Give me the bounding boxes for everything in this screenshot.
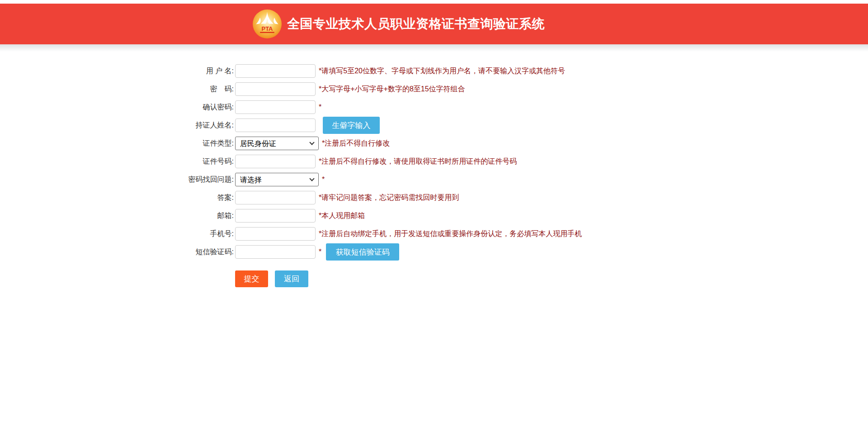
email-row: 邮箱: *本人现用邮箱 — [0, 207, 868, 225]
answer-label: 答案: — [158, 193, 234, 203]
rare-character-input-button[interactable]: 生僻字输入 — [323, 117, 380, 134]
get-sms-code-button[interactable]: 获取短信验证码 — [326, 243, 399, 261]
email-label: 邮箱: — [158, 211, 234, 221]
username-row: 用 户 名: *请填写5至20位数字、字母或下划线作为用户名，请不要输入汉字或其… — [0, 62, 868, 80]
confirm-password-hint: * — [319, 103, 321, 111]
registration-form: 用 户 名: *请填写5至20位数字、字母或下划线作为用户名，请不要输入汉字或其… — [0, 62, 868, 287]
answer-hint: *请牢记问题答案，忘记密码需找回时要用到 — [319, 193, 459, 203]
password-label: 密 码: — [158, 85, 234, 94]
sms-code-input[interactable] — [235, 245, 316, 259]
mobile-row: 手机号: *注册后自动绑定手机，用于发送短信或重要操作身份认定，务必填写本人现用… — [0, 225, 868, 243]
id-number-label: 证件号码: — [158, 157, 234, 166]
header-shadow — [0, 44, 868, 52]
id-type-select-wrap: 居民身份证 — [235, 137, 319, 150]
app-header: PTA 全国专业技术人员职业资格证书查询验证系统 — [0, 4, 868, 44]
confirm-password-label: 确认密码: — [158, 103, 234, 112]
id-type-select[interactable]: 居民身份证 — [235, 137, 319, 150]
username-hint: *请填写5至20位数字、字母或下划线作为用户名，请不要输入汉字或其他符号 — [319, 66, 565, 76]
mobile-input[interactable] — [235, 227, 316, 241]
mobile-hint: *注册后自动绑定手机，用于发送短信或重要操作身份认定，务必填写本人现用手机 — [319, 229, 582, 239]
holder-name-row: 持证人姓名: 生僻字输入 — [0, 116, 868, 134]
password-row: 密 码: *大写字母+小写字母+数字的8至15位字符组合 — [0, 80, 868, 98]
holder-name-input[interactable] — [235, 119, 316, 132]
username-label: 用 户 名: — [158, 66, 234, 76]
top-margin — [0, 0, 868, 4]
back-button[interactable]: 返回 — [275, 270, 308, 287]
holder-name-label: 持证人姓名: — [158, 121, 234, 130]
password-input[interactable] — [235, 82, 316, 96]
id-type-row: 证件类型: 居民身份证 *注册后不得自行修改 — [0, 134, 868, 152]
id-type-label: 证件类型: — [158, 139, 234, 148]
id-number-input[interactable] — [235, 155, 316, 168]
security-question-select-wrap: 请选择 — [235, 173, 319, 186]
id-type-hint: *注册后不得自行修改 — [322, 139, 390, 148]
sms-code-required-mark: * — [319, 248, 321, 256]
answer-input[interactable] — [235, 191, 316, 204]
page-title: 全国专业技术人员职业资格证书查询验证系统 — [287, 15, 545, 33]
security-question-hint: * — [322, 175, 325, 184]
email-input[interactable] — [235, 209, 316, 223]
confirm-password-row: 确认密码: * — [0, 98, 868, 116]
security-question-label: 密码找回问题: — [158, 175, 234, 185]
registration-page: PTA 全国专业技术人员职业资格证书查询验证系统 用 户 名: *请填写5至20… — [0, 0, 868, 441]
email-hint: *本人现用邮箱 — [319, 211, 365, 221]
security-question-select[interactable]: 请选择 — [235, 173, 319, 186]
sms-code-row: 短信验证码: * 获取短信验证码 — [0, 243, 868, 261]
sms-code-label: 短信验证码: — [158, 247, 234, 257]
security-question-row: 密码找回问题: 请选择 * — [0, 171, 868, 189]
form-actions: 提交 返回 — [0, 270, 868, 287]
submit-button[interactable]: 提交 — [235, 270, 268, 287]
id-number-hint: *注册后不得自行修改，请使用取得证书时所用证件的证件号码 — [319, 157, 517, 166]
mobile-label: 手机号: — [158, 229, 234, 239]
answer-row: 答案: *请牢记问题答案，忘记密码需找回时要用到 — [0, 189, 868, 207]
password-hint: *大写字母+小写字母+数字的8至15位字符组合 — [319, 85, 465, 94]
id-number-row: 证件号码: *注册后不得自行修改，请使用取得证书时所用证件的证件号码 — [0, 152, 868, 171]
username-input[interactable] — [235, 64, 316, 78]
svg-text:PTA: PTA — [261, 25, 273, 32]
confirm-password-input[interactable] — [235, 100, 316, 114]
pta-logo-icon: PTA — [252, 9, 282, 39]
